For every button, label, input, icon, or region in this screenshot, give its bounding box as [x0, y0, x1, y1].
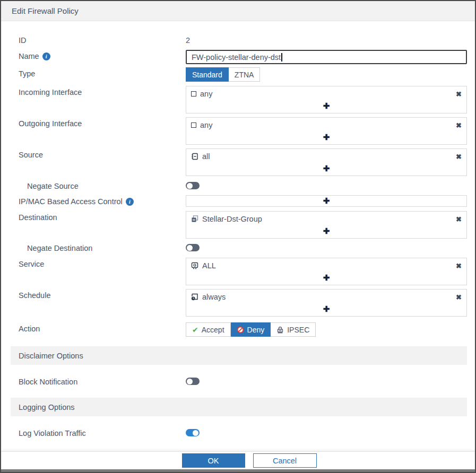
entry-all-service[interactable]: ALL ✖ — [186, 258, 466, 272]
schedule-box: always ✖ ✚ — [186, 289, 467, 317]
outgoing-interface-box: any ✖ ✚ — [186, 117, 467, 145]
interface-icon — [191, 91, 196, 97]
negate-destination-label: Negate Destination — [27, 244, 92, 252]
row-id: ID 2 — [1, 34, 475, 45]
plus-icon: ✚ — [323, 227, 330, 235]
action-ipsec-button[interactable]: IPSEC — [271, 322, 316, 337]
toggle-knob — [187, 183, 193, 189]
edit-firewall-policy-dialog: Edit Firewall Policy ID 2 Name i FW-poli… — [0, 0, 476, 473]
row-negate-destination: Negate Destination — [1, 242, 475, 252]
add-outgoing-interface-button[interactable]: ✚ — [186, 132, 466, 144]
block-notification-toggle[interactable] — [186, 378, 200, 385]
add-incoming-interface-button[interactable]: ✚ — [186, 100, 466, 113]
schedule-label: Schedule — [19, 291, 50, 300]
add-schedule-button[interactable]: ✚ — [186, 303, 466, 316]
toggle-knob — [187, 379, 193, 384]
type-standard-button[interactable]: Standard — [186, 67, 229, 82]
log-violation-traffic-toggle[interactable] — [186, 429, 200, 436]
row-service: Service ALL ✖ ✚ — [1, 258, 475, 289]
row-name: Name i FW-policy-stellar-deny-dst — [1, 50, 475, 64]
dialog-title: Edit Firewall Policy — [12, 6, 79, 15]
ipmac-box: ✚ — [186, 195, 467, 207]
action-label: Action — [19, 325, 40, 333]
entry-any[interactable]: any ✖ — [186, 118, 466, 132]
window-bottom-bar — [1, 469, 475, 472]
row-block-notification: Block Notification — [1, 375, 475, 386]
info-icon[interactable]: i — [42, 52, 50, 60]
action-accept-button[interactable]: ✔ Accept — [186, 322, 231, 337]
log-violation-traffic-label: Log Violation Traffic — [19, 429, 86, 437]
entry-always[interactable]: always ✖ — [186, 290, 466, 303]
entry-all[interactable]: all ✖ — [186, 149, 466, 163]
destination-label: Destination — [19, 213, 57, 222]
schedule-icon — [191, 293, 198, 301]
type-label: Type — [19, 69, 35, 78]
row-incoming-interface: Incoming Interface any ✖ ✚ — [1, 86, 475, 117]
block-notification-label: Block Notification — [19, 378, 77, 386]
negate-destination-toggle[interactable] — [186, 244, 200, 251]
name-input[interactable]: FW-policy-stellar-deny-dst — [186, 50, 467, 64]
disclaimer-options-title: Disclaimer Options — [19, 352, 83, 360]
ok-button[interactable]: OK — [182, 453, 245, 468]
add-source-button[interactable]: ✚ — [186, 163, 466, 176]
form-content: ID 2 Name i FW-policy-stellar-deny-dst T… — [1, 21, 475, 471]
destination-box: Stellar-Dst-Group ✖ ✚ — [186, 211, 467, 239]
remove-icon[interactable]: ✖ — [456, 122, 462, 129]
incoming-interface-label: Incoming Interface — [19, 88, 82, 97]
row-outgoing-interface: Outgoing Interface any ✖ ✚ — [1, 117, 475, 148]
service-icon — [191, 262, 198, 269]
remove-icon[interactable]: ✖ — [456, 216, 462, 223]
add-destination-button[interactable]: ✚ — [186, 225, 466, 238]
address-group-icon — [191, 215, 198, 223]
row-negate-source: Negate Source — [1, 180, 475, 190]
action-deny-button[interactable]: Deny — [231, 322, 271, 337]
source-label: Source — [19, 151, 43, 159]
dialog-titlebar: Edit Firewall Policy — [1, 1, 475, 21]
logging-options-title: Logging Options — [19, 403, 75, 411]
plus-icon: ✚ — [323, 305, 330, 313]
service-label: Service — [19, 260, 44, 268]
negate-source-toggle[interactable] — [186, 182, 200, 189]
negate-source-label: Negate Source — [27, 182, 79, 190]
address-icon — [191, 153, 198, 160]
plus-icon: ✚ — [323, 274, 330, 282]
remove-icon[interactable]: ✖ — [456, 91, 462, 98]
plus-icon: ✚ — [323, 164, 330, 172]
name-input-value: FW-policy-stellar-deny-dst — [192, 53, 281, 62]
entry-any[interactable]: any ✖ — [186, 86, 466, 100]
deny-icon — [237, 326, 244, 334]
remove-icon[interactable]: ✖ — [456, 262, 462, 269]
service-box: ALL ✖ ✚ — [186, 258, 467, 285]
remove-icon[interactable]: ✖ — [456, 153, 462, 160]
row-log-violation-traffic: Log Violation Traffic — [1, 427, 475, 437]
row-action: Action ✔ Accept Deny — [1, 322, 475, 337]
ipsec-lock-icon — [276, 326, 284, 334]
row-source: Source all ✖ ✚ — [1, 148, 475, 180]
row-destination: Destination Stellar-Dst-Group ✖ — [1, 211, 475, 242]
plus-icon: ✚ — [323, 102, 330, 110]
incoming-interface-box: any ✖ ✚ — [186, 86, 467, 113]
ipmac-label: IP/MAC Based Access Control — [19, 197, 123, 206]
remove-icon[interactable]: ✖ — [456, 294, 462, 301]
text-cursor — [281, 53, 282, 62]
interface-icon — [191, 122, 196, 128]
section-disclaimer-options: Disclaimer Options — [11, 346, 467, 365]
id-label: ID — [19, 36, 27, 45]
row-ipmac-access-control: IP/MAC Based Access Control i ✚ — [1, 195, 475, 207]
section-logging-options: Logging Options — [11, 398, 467, 416]
toggle-knob — [187, 245, 193, 251]
row-schedule: Schedule always ✖ — [1, 289, 475, 320]
type-ztna-button[interactable]: ZTNA — [229, 67, 261, 82]
accept-check-icon: ✔ — [192, 326, 198, 334]
info-icon[interactable]: i — [126, 198, 134, 206]
outgoing-interface-label: Outgoing Interface — [19, 119, 82, 128]
toggle-knob — [193, 430, 198, 436]
cancel-button[interactable]: Cancel — [253, 453, 317, 468]
plus-icon: ✚ — [323, 197, 330, 205]
id-value: 2 — [186, 34, 467, 45]
plus-icon: ✚ — [323, 133, 330, 141]
row-type: Type Standard ZTNA — [1, 67, 475, 82]
entry-stellar-dst-group[interactable]: Stellar-Dst-Group ✖ — [186, 212, 466, 225]
add-ipmac-button[interactable]: ✚ — [186, 196, 466, 206]
add-service-button[interactable]: ✚ — [186, 272, 466, 285]
